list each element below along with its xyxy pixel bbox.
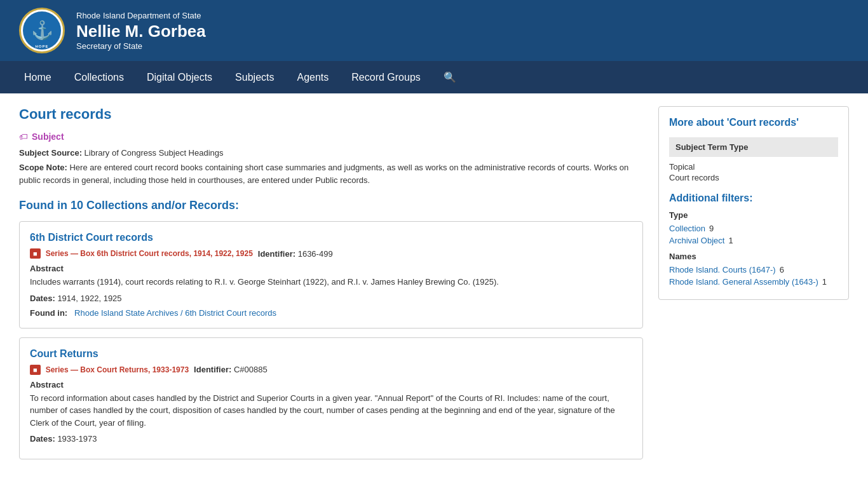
nav-digital-objects[interactable]: Digital Objects	[135, 62, 224, 93]
nav-subjects[interactable]: Subjects	[224, 62, 285, 93]
dates-label-1: Dates:	[30, 294, 55, 303]
filter-row-archival: Archival Object 1	[669, 236, 838, 245]
sidebar: More about 'Court records' Subject Term …	[658, 106, 849, 468]
dates-1: Dates: 1914, 1922, 1925	[30, 294, 632, 303]
found-in-spacer-1	[70, 308, 72, 318]
filter-row-courts: Rhode Island. Courts (1647-) 6	[669, 265, 838, 274]
nav-home[interactable]: Home	[13, 62, 63, 93]
record-series-1: ■ Series — Box 6th District Court record…	[30, 248, 632, 259]
record-card-1: 6th District Court records ■ Series — Bo…	[19, 221, 643, 329]
filter-row-collection: Collection 9	[669, 224, 838, 233]
filter-assembly-link[interactable]: Rhode Island. General Assembly (1643-)	[669, 277, 818, 287]
main-nav: Home Collections Digital Objects Subject…	[0, 61, 868, 93]
secretary-title: Secretary of State	[76, 41, 206, 51]
logo: ⚓ HOPE	[19, 8, 65, 53]
series-link-2[interactable]: Series — Box Court Returns, 1933-1973	[46, 365, 189, 374]
subject-source-label: Subject Source:	[19, 148, 82, 158]
series-badge-2: ■	[30, 365, 41, 375]
main-container: Court records 🏷 Subject Subject Source: …	[0, 93, 868, 481]
nav-agents[interactable]: Agents	[285, 62, 340, 93]
abstract-label-2: Abstract	[30, 380, 632, 390]
sidebar-subject-term-type-header: Subject Term Type	[669, 137, 838, 157]
abstract-label-1: Abstract	[30, 264, 632, 273]
sidebar-topical-label: Topical	[669, 162, 838, 172]
filter-courts-count: 6	[780, 265, 784, 274]
record-card-2: Court Returns ■ Series — Box Court Retur…	[19, 337, 643, 460]
search-icon[interactable]: 🔍	[432, 61, 468, 93]
scope-note: Scope Note: Here are entered court recor…	[19, 161, 643, 186]
department-name: Rhode Island Department of State	[76, 11, 206, 20]
identifier-2: Identifier: C#00885	[194, 365, 268, 374]
sidebar-topical-section: Topical Court records	[669, 162, 838, 182]
page-title: Court records	[19, 106, 643, 123]
found-in-link-1[interactable]: Rhode Island State Archives / 6th Distri…	[74, 308, 276, 318]
record-title-2[interactable]: Court Returns	[30, 348, 632, 360]
main-content: Court records 🏷 Subject Subject Source: …	[19, 106, 643, 468]
abstract-text-2: To record information about cases handle…	[30, 392, 632, 430]
anchor-icon: ⚓	[31, 22, 53, 39]
found-in-label-1: Found in:	[30, 308, 67, 318]
additional-filters-title: Additional filters:	[669, 193, 838, 204]
record-title-1[interactable]: 6th District Court records	[30, 232, 632, 243]
series-badge-1: ■	[30, 248, 41, 259]
filter-row-assembly: Rhode Island. General Assembly (1643-) 1	[669, 277, 838, 287]
names-label: Names	[669, 252, 838, 261]
subject-label[interactable]: Subject	[32, 132, 64, 142]
subject-source: Subject Source: Library of Congress Subj…	[19, 148, 643, 158]
found-heading: Found in 10 Collections and/or Records:	[19, 199, 643, 212]
hope-text: HOPE	[35, 44, 48, 48]
dates-value-1: 1914, 1922, 1925	[57, 294, 121, 303]
scope-note-label: Scope Note:	[19, 163, 67, 172]
identifier-1: Identifier: 1636-499	[258, 249, 333, 259]
found-in-1: Found in: Rhode Island State Archives / …	[30, 308, 632, 318]
nav-collections[interactable]: Collections	[63, 62, 135, 93]
filter-archival-link[interactable]: Archival Object	[669, 236, 724, 245]
dates-label-2: Dates:	[30, 434, 55, 444]
header-text-block: Rhode Island Department of State Nellie …	[76, 11, 206, 51]
abstract-text-1: Includes warrants (1914), court records …	[30, 276, 632, 288]
filter-courts-link[interactable]: Rhode Island. Courts (1647-)	[669, 265, 776, 274]
nav-record-groups[interactable]: Record Groups	[340, 62, 432, 93]
subject-source-value: Library of Congress Subject Headings	[85, 148, 224, 158]
filter-archival-count: 1	[728, 236, 733, 245]
sidebar-more-title: More about 'Court records'	[669, 117, 838, 128]
subject-badge: 🏷 Subject	[19, 132, 643, 142]
filter-collection-link[interactable]: Collection	[669, 224, 705, 233]
sidebar-topical-value: Court records	[669, 173, 838, 182]
filter-collection-count: 9	[709, 224, 714, 233]
secretary-name: Nellie M. Gorbea	[76, 22, 206, 41]
filter-assembly-count: 1	[822, 277, 827, 287]
scope-note-text: Here are entered court record books cont…	[19, 163, 628, 185]
dates-value-2: 1933-1973	[57, 434, 97, 444]
series-link-1[interactable]: Series — Box 6th District Court records,…	[46, 249, 253, 258]
record-series-2: ■ Series — Box Court Returns, 1933-1973 …	[30, 365, 632, 375]
tag-icon: 🏷	[19, 132, 28, 142]
dates-2: Dates: 1933-1973	[30, 434, 632, 444]
site-header: ⚓ HOPE Rhode Island Department of State …	[0, 0, 868, 61]
sidebar-box: More about 'Court records' Subject Term …	[658, 106, 849, 300]
filter-type-label: Type	[669, 210, 838, 220]
